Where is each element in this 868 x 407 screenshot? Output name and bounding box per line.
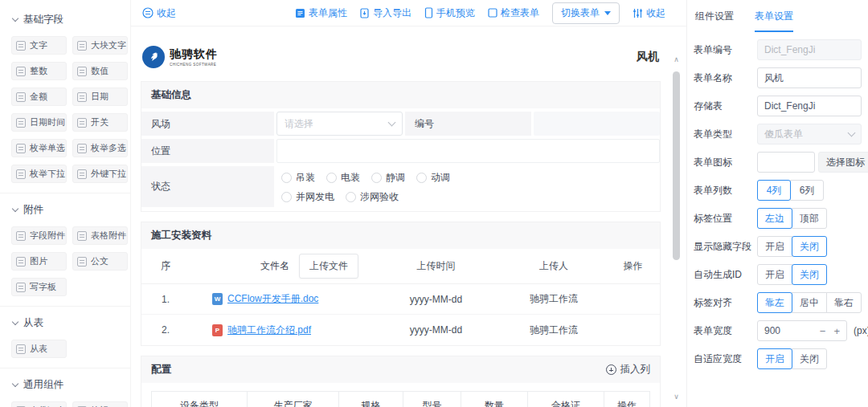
tab-form-settings[interactable]: 表单设置 [755,10,793,32]
field-item-money[interactable]: 金额 [11,88,67,106]
check-form-button[interactable]: 检查表单 [488,6,539,20]
decrement-button[interactable]: − [820,325,826,337]
radio-static-test[interactable]: 静调 [371,171,405,185]
field-item-enum-dropdown[interactable]: 枚举下拉 [11,165,67,183]
option-align-left[interactable]: 靠左 [757,292,792,313]
collapse-label: 收起 [157,6,176,20]
form-properties-button[interactable]: 表单属性 [295,6,347,20]
option-off[interactable]: 关闭 [792,236,827,257]
collapse-sidebar-button[interactable]: 收起 [142,6,176,20]
location-input[interactable] [276,139,660,163]
storage-table-input[interactable]: Dict_FengJi [757,96,862,116]
canvas-body: 驰骋软件 CHICHENG SOFTWARE 风机 基础信息 风场 [131,26,686,407]
option-align-center[interactable]: 居中 [792,292,827,313]
section-header-basic-fields[interactable]: 基础字段 [13,13,124,26]
field-icon [16,67,26,76]
radio-hoisting[interactable]: 吊装 [281,171,315,185]
scroll-down-icon[interactable]: ∨ [674,393,679,402]
form-number-input[interactable]: Dict_FengJi [757,39,862,60]
check-form-label: 检查表单 [501,6,539,20]
section-title: 施工安装资料 [151,229,211,242]
field-item-number[interactable]: 数值 [72,62,128,80]
option-4-columns[interactable]: 4列 [757,180,791,201]
file-name: 驰骋工作流介绍.pdf [227,324,311,337]
increment-button[interactable]: + [833,325,840,337]
choose-icon-button[interactable]: 选择图标 [818,152,868,173]
field-item-subtable[interactable]: 从表 [11,340,67,358]
form-name-input[interactable]: 风机 [757,67,862,88]
field-item-date[interactable]: 日期 [72,88,128,106]
field-row-windfarm-number: 风场 请选择 编号 [141,112,660,136]
option-align-right[interactable]: 靠右 [826,292,862,313]
option-on[interactable]: 开启 [757,348,792,369]
field-icon [77,257,87,267]
option-left[interactable]: 左边 [757,208,792,229]
radio-icon [326,173,337,183]
section-title: 配置 [151,363,171,376]
option-on[interactable]: 开启 [757,236,792,257]
field-item-writing-pad[interactable]: 写字板 [11,278,67,296]
option-top[interactable]: 顶部 [792,208,827,229]
form-paper: 驰骋软件 CHICHENG SOFTWARE 风机 基础信息 风场 [141,38,661,407]
section-header-common-components[interactable]: 通用组件 [13,378,124,392]
stepper-controls: − + [820,325,840,337]
field-label: 枚举单选 [30,142,65,154]
basic-info-fields: 风场 请选择 编号 位置 [141,108,660,211]
number-input[interactable] [534,112,660,136]
tab-component-settings[interactable]: 组件设置 [695,10,734,32]
file-link-doc[interactable]: W CCFlow开发手册.doc [212,292,318,306]
switch-form-dropdown[interactable]: 切换表单 [552,2,620,24]
setting-row-auto-id: 自动生成ID 开启 关闭 [694,264,862,285]
setting-row-form-width: 表单宽度 900 − + (px) [694,320,862,341]
radio-grid-acceptance[interactable]: 涉网验收 [346,190,399,204]
field-icon [77,67,87,76]
field-item-integer[interactable]: 整数 [11,62,67,80]
collapse-panel-button[interactable]: 收起 [633,6,665,20]
field-item-datetime[interactable]: 日期时间 [11,113,67,132]
field-item-fk-dropdown[interactable]: 外键下拉 [72,165,128,183]
option-off[interactable]: 关闭 [792,264,827,285]
form-type-select[interactable]: 傻瓜表单 [757,124,862,144]
radio-dynamic-test[interactable]: 动调 [416,171,450,185]
section-header-subtable[interactable]: 从表 [13,316,124,330]
col-operation: 操作 [606,259,660,273]
mobile-preview-button[interactable]: 手机预览 [424,6,475,20]
select-value: 傻瓜表单 [764,128,803,141]
option-on[interactable]: 开启 [757,264,792,285]
scrollbar-track[interactable] [673,65,680,393]
field-label: 字段附件 [30,230,65,242]
field-item-text[interactable]: 文字 [11,36,67,55]
canvas-scrollbar[interactable]: ∧ ∨ [671,55,682,402]
field-item-field-attachment[interactable]: 字段附件 [11,226,67,245]
field-item-switch[interactable]: 开关 [72,113,128,132]
file-link-pdf[interactable]: P 驰骋工作流介绍.pdf [212,324,311,337]
insert-column-button[interactable]: 插入列 [606,363,651,376]
field-item-table-attachment[interactable]: 表格附件 [72,226,128,245]
chevron-down-icon [848,128,856,136]
option-6-columns[interactable]: 6列 [790,180,824,201]
scroll-up-icon[interactable]: ∧ [674,55,679,65]
field-grid: 从表 [11,340,124,358]
field-grid: 文字 大块文字 整数 数值 金额 日期 日期时间 开关 枚举单选 枚举多选 枚举… [11,36,124,183]
setting-row-form-type: 表单类型 傻瓜表单 [694,124,862,144]
radio-electrical[interactable]: 电装 [326,171,360,185]
field-item-textarea[interactable]: 大块文字 [72,36,128,55]
scrollbar-thumb[interactable] [673,71,680,260]
windfarm-select[interactable]: 请选择 [276,112,403,136]
import-export-button[interactable]: 导入导出 [360,6,411,20]
field-row-location: 位置 [141,139,660,163]
field-item-enum-radio[interactable]: 枚举单选 [11,139,67,157]
field-item-button[interactable]: 按钮 [72,401,128,407]
form-width-stepper[interactable]: 900 − + [757,320,847,341]
radio-grid-connected[interactable]: 并网发电 [281,190,334,204]
setting-label: 自动生成ID [694,268,757,282]
section-header-attachments[interactable]: 附件 [13,203,124,217]
field-item-official-doc[interactable]: 公文 [72,252,128,271]
field-item-enum-multi[interactable]: 枚举多选 [72,139,128,157]
option-off[interactable]: 关闭 [792,348,827,369]
columns-segment: 4列 6列 [757,180,824,201]
field-item-idcard-upload[interactable]: 身份证上传 [11,401,67,407]
upload-file-button[interactable]: 上传文件 [299,254,358,279]
form-icon-input[interactable] [757,152,815,173]
field-item-image[interactable]: 图片 [11,252,67,271]
